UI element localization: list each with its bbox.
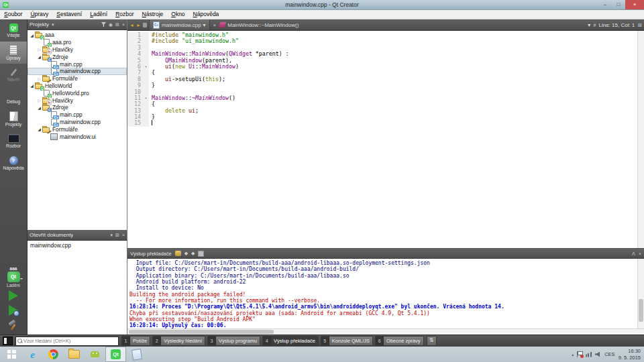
menu-napoveda[interactable]: Nápověda (189, 10, 223, 19)
word-wrap-checkbox[interactable] (198, 251, 204, 257)
chrome-button[interactable] (43, 347, 64, 362)
open-documents-title[interactable]: Otevřít dokumenty (30, 232, 73, 238)
symbol-dropdown-icon[interactable]: ▾ (588, 22, 590, 28)
panel-button-vystup-prekladace[interactable]: 4Výstup překladače (262, 336, 319, 346)
docs-close-icon[interactable]: × (122, 230, 125, 240)
tree-item-hlavicky[interactable]: ▷hHlavičky (28, 97, 127, 104)
maximize-output-icon[interactable]: ᐱ (632, 249, 635, 259)
close-document-icon[interactable]: × (212, 22, 218, 28)
tree-item-helloworld-pro[interactable]: QHelloWorld.pro (28, 89, 127, 97)
menu-okno[interactable]: Okno (167, 10, 189, 19)
cancel-build-icon[interactable] (175, 251, 181, 256)
tree-item-zdroje[interactable]: ◢CZdroje (28, 53, 127, 60)
maximize-button[interactable]: □ (612, 0, 625, 9)
code-editor[interactable]: 1#include "mainwindow.h"2#include "ui_ma… (127, 31, 644, 248)
volume-icon[interactable] (595, 352, 601, 357)
tree-expanded-arrow[interactable]: ◢ (36, 105, 42, 110)
document-dropdown-icon[interactable]: ▾ (203, 22, 206, 28)
tree-item-aaa[interactable]: ◢Qaaa (28, 32, 127, 39)
mode-vitejte[interactable]: QtVítejte (0, 19, 27, 42)
build-target-selector[interactable]: aaa Qt Ladění (0, 266, 27, 288)
search-input[interactable] (23, 338, 117, 344)
tree-item-formulare[interactable]: ▷Formuláře (28, 75, 127, 82)
panel-button-potize[interactable]: 1Potíže (121, 336, 150, 346)
start-button[interactable] (1, 347, 22, 362)
open-document-mainwindow-cpp[interactable]: mainwindow.cpp (28, 241, 127, 249)
projects-pane-title[interactable]: Projekty (30, 21, 49, 27)
docs-dropdown-icon[interactable]: ▾ (111, 230, 113, 240)
tree-expanded-arrow[interactable]: ◢ (36, 54, 42, 59)
build-button[interactable] (8, 320, 19, 330)
tree-item-mainwindow-cpp[interactable]: C+mainwindow.cpp (28, 68, 127, 75)
menu-soubor[interactable]: Soubor (0, 10, 26, 19)
fold-marker[interactable]: ▾ (143, 95, 149, 101)
mode-debug[interactable]: Debug (0, 86, 27, 108)
context-function[interactable]: MainWindow::~MainWindow() (227, 22, 299, 28)
tree-collapsed-arrow[interactable]: ▷ (36, 76, 42, 81)
tree-expanded-arrow[interactable]: ◢ (36, 127, 42, 131)
action-center-flag-icon[interactable] (577, 351, 582, 357)
split-pane-icon[interactable]: ⊞ (115, 19, 119, 29)
file-explorer-button[interactable] (64, 347, 85, 362)
go-forward-icon[interactable]: ► (136, 23, 141, 27)
tree-item-main-cpp[interactable]: C+main.cpp (28, 111, 127, 119)
hidden-icons-arrow[interactable]: ▴ (572, 352, 574, 357)
keyboard-layout[interactable]: CES (604, 351, 614, 357)
menu-nastroje[interactable]: Nástroje (138, 10, 168, 19)
tree-expanded-arrow[interactable]: ◢ (29, 33, 35, 38)
panes-arrows-button[interactable]: ⇅ (427, 336, 437, 346)
tree-expanded-arrow[interactable]: ◢ (29, 83, 35, 88)
debug-run-button[interactable] (9, 305, 18, 316)
menu-upravy[interactable]: Úpravy (26, 10, 52, 19)
menu-rozbor[interactable]: Rozbor (111, 10, 138, 19)
menu-sestaveni[interactable]: Sestavení (52, 10, 86, 19)
editor-scrollbar[interactable] (637, 31, 644, 248)
panel-button-obecne-zpravy[interactable]: 6Obecné zprávy (375, 336, 423, 346)
close-button[interactable]: × (625, 0, 644, 9)
compile-output-text[interactable]: Input file: C:/Users/mart-in/Documents/b… (127, 259, 644, 328)
mode-rozbor[interactable]: Rozbor (0, 130, 27, 152)
editor-tab-mainwindow-cpp[interactable]: C+ mainwindow.cpp ▾ (149, 19, 210, 30)
filter-icon[interactable] (101, 22, 106, 27)
output-vertical-scrollbar[interactable] (637, 259, 644, 328)
sync-with-editor-icon[interactable]: ◉ (109, 19, 113, 29)
output-horizontal-scrollbar[interactable] (127, 328, 644, 335)
tree-collapsed-arrow[interactable]: ▷ (36, 47, 42, 52)
tree-item-mainwindow-ui[interactable]: mainwindow.ui (28, 133, 127, 140)
tree-item-zdroje[interactable]: ◢CZdroje (28, 104, 127, 111)
minimize-button[interactable]: – (598, 0, 612, 9)
internet-explorer-button[interactable]: e (22, 347, 43, 362)
android-button[interactable] (85, 347, 105, 362)
split-editor-icon[interactable]: ⊞ (637, 22, 642, 28)
docs-split-icon[interactable]: ⊞ (115, 230, 119, 240)
panel-button-konzole-qml-js[interactable]: 5Konzole QML/JS (321, 336, 373, 346)
pane-dropdown-icon[interactable]: ▾ (52, 19, 54, 29)
output-line: 16:28:14: Proces "D:\Programy\Qt\Qt5.4.1… (129, 304, 636, 310)
tree-item-formulare[interactable]: ◢Formuláře (28, 125, 127, 133)
previous-item-icon[interactable]: ◆ (184, 251, 188, 256)
next-item-icon[interactable]: ◆ (191, 251, 195, 256)
tree-item-main-cpp[interactable]: C+main.cpp (28, 60, 127, 68)
go-back-icon[interactable]: ◄ (129, 23, 134, 27)
tree-item-aaa-pro[interactable]: Qaaa.pro (28, 39, 127, 46)
panel-button-vysledky-hledani[interactable]: 2Výsledky hledání (152, 336, 205, 346)
toggle-sidebar-icon[interactable] (3, 337, 13, 345)
tree-collapsed-arrow[interactable]: ▷ (36, 98, 42, 103)
kit-selector-icon[interactable]: Qt (7, 272, 20, 282)
run-button[interactable] (9, 290, 18, 301)
mode-upravy[interactable]: Úpravy (0, 42, 27, 64)
qt-creator-button[interactable]: Qt (105, 347, 126, 362)
mode-projekty[interactable]: Projekty (0, 108, 27, 130)
close-pane-icon[interactable]: × (122, 19, 125, 29)
mode-napoveda[interactable]: ?Nápověda (0, 152, 27, 174)
menu-ladeni[interactable]: Ladění (86, 10, 111, 19)
fold-marker[interactable]: ▾ (143, 64, 149, 70)
close-output-icon[interactable]: × (639, 249, 641, 259)
document-app-button[interactable] (126, 347, 147, 362)
tree-item-mainwindow-cpp[interactable]: C+mainwindow.cpp (28, 119, 127, 126)
clock[interactable]: 16:30 9. 5. 2015 (619, 348, 641, 361)
network-icon[interactable] (586, 352, 592, 357)
tree-item-helloworld[interactable]: ◢QHelloWorld (28, 82, 127, 90)
tree-item-hlavicky[interactable]: ▷hHlavičky (28, 46, 127, 54)
panel-button-vystup-programu[interactable]: 3Výstup programu (207, 336, 260, 346)
